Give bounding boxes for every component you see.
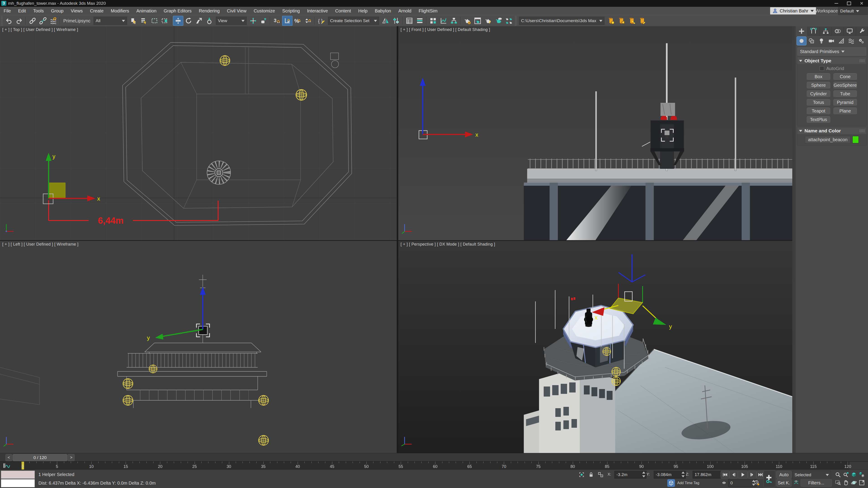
category-helpers[interactable] bbox=[836, 36, 846, 45]
menu-item-interactive[interactable]: Interactive bbox=[303, 7, 331, 15]
toolbar-grip[interactable] bbox=[515, 16, 517, 26]
menu-item-animation[interactable]: Animation bbox=[133, 7, 160, 15]
key-filters-icon[interactable] bbox=[793, 479, 800, 486]
menu-item-help[interactable]: Help bbox=[355, 7, 371, 15]
align-button[interactable] bbox=[391, 16, 401, 26]
tab-modify[interactable] bbox=[808, 27, 819, 36]
menu-item-rendering[interactable]: Rendering bbox=[195, 7, 223, 15]
toolbar-grip[interactable] bbox=[1, 16, 3, 26]
use-pivot-point-center-button[interactable] bbox=[248, 16, 258, 26]
go-to-start-button[interactable] bbox=[721, 471, 729, 479]
angle-snap-toggle-button[interactable] bbox=[282, 16, 292, 26]
mini-curve-editor-button[interactable] bbox=[2, 462, 11, 469]
selection-lock-toggle[interactable] bbox=[587, 471, 595, 478]
select-and-link-button[interactable] bbox=[27, 16, 38, 26]
key-filter-set-dropdown[interactable]: Selected bbox=[793, 471, 831, 479]
next-frame-arrow[interactable]: > bbox=[68, 454, 74, 461]
primitive-category-dropdown[interactable]: Standard Primitives bbox=[798, 47, 866, 56]
previous-frame-arrow[interactable]: < bbox=[5, 454, 12, 461]
snaps-toggle-button[interactable] bbox=[272, 16, 282, 26]
select-object-button[interactable] bbox=[128, 16, 139, 26]
next-frame-button[interactable] bbox=[748, 471, 756, 479]
menu-item-arnold[interactable]: Arnold bbox=[395, 7, 415, 15]
menu-item-flightsim[interactable]: FlightSim bbox=[415, 7, 441, 15]
schematic-view-button[interactable] bbox=[449, 16, 459, 26]
edit-named-selection-sets-button[interactable] bbox=[316, 16, 327, 26]
orbit-button[interactable] bbox=[850, 479, 857, 486]
maxscript-mini-listener-white[interactable] bbox=[1, 479, 35, 487]
menu-item-views[interactable]: Views bbox=[67, 7, 86, 15]
rendered-frame-window-button[interactable] bbox=[472, 16, 483, 26]
tab-create[interactable] bbox=[796, 27, 808, 36]
set-keys-button[interactable] bbox=[764, 470, 775, 487]
reference-coordinate-dropdown[interactable]: View bbox=[216, 17, 247, 25]
category-systems[interactable] bbox=[856, 36, 866, 45]
autogrid-checkbox[interactable] bbox=[819, 66, 824, 71]
select-and-manipulate-button[interactable] bbox=[258, 16, 269, 26]
coord-y-field[interactable]: -3.084m bbox=[654, 471, 686, 479]
category-cameras[interactable] bbox=[827, 36, 836, 45]
object-type-button-cylinder[interactable]: Cylinder bbox=[807, 90, 830, 97]
time-configuration-button[interactable] bbox=[753, 479, 761, 486]
coord-x-field[interactable]: -3.2m bbox=[614, 471, 647, 479]
pan-view-button[interactable] bbox=[842, 479, 849, 486]
filters-button[interactable]: Filters... bbox=[801, 479, 832, 487]
spinner-arrows[interactable] bbox=[682, 471, 685, 477]
render-production-button[interactable] bbox=[483, 16, 493, 26]
maximize-button[interactable] bbox=[843, 0, 855, 7]
curve-editor-button[interactable] bbox=[438, 16, 449, 26]
menu-item-civil-view[interactable]: Civil View bbox=[223, 7, 250, 15]
menu-item-file[interactable]: File bbox=[0, 7, 14, 15]
mirror-button[interactable] bbox=[380, 16, 391, 26]
named-selection-sets-dropdown[interactable]: Create Selection Set bbox=[328, 17, 379, 25]
menu-item-customize[interactable]: Customize bbox=[250, 7, 278, 15]
play-button[interactable] bbox=[738, 471, 748, 479]
beacon-helper[interactable] bbox=[258, 395, 269, 405]
previous-frame-button[interactable] bbox=[729, 471, 738, 479]
maxscript-mini-listener-pink[interactable] bbox=[1, 470, 35, 479]
menu-item-create[interactable]: Create bbox=[86, 7, 107, 15]
beacon-helper[interactable] bbox=[123, 379, 133, 389]
undo-button[interactable] bbox=[4, 16, 14, 26]
object-type-button-torus[interactable]: Torus bbox=[807, 99, 830, 106]
add-time-tag[interactable]: Add Time Tag bbox=[677, 480, 700, 487]
maxscript-script-nodes-button[interactable] bbox=[627, 16, 637, 26]
unlink-selection-button[interactable] bbox=[38, 16, 48, 26]
menu-item-group[interactable]: Group bbox=[47, 7, 67, 15]
viewport-top-label[interactable]: [ + ] [ Top ] [ User Defined ] [ Wirefra… bbox=[2, 27, 78, 32]
prime-lipsync-label[interactable]: PrimeLipsync bbox=[63, 18, 90, 24]
viewport-left-label[interactable]: [ + ] [ Left ] [ User Defined ] [ Wirefr… bbox=[2, 242, 79, 247]
beacon-helper[interactable] bbox=[149, 365, 157, 373]
coord-z-field[interactable]: 17.862m bbox=[692, 471, 725, 479]
beacon-helper[interactable] bbox=[602, 348, 611, 355]
beacon-helper[interactable] bbox=[123, 395, 133, 405]
panel-resize-strip[interactable] bbox=[792, 26, 796, 453]
object-type-rollout-header[interactable]: Object Type bbox=[797, 57, 866, 65]
beacon-helper[interactable] bbox=[612, 377, 620, 386]
select-and-rotate-button[interactable] bbox=[183, 16, 194, 26]
zoom-region-button[interactable] bbox=[835, 479, 842, 486]
spinner-arrows[interactable] bbox=[642, 471, 646, 477]
menu-item-tools[interactable]: Tools bbox=[30, 7, 48, 15]
select-by-name-button[interactable] bbox=[139, 16, 149, 26]
render-setup-button[interactable] bbox=[462, 16, 472, 26]
project-folder-dropdown[interactable]: C:\Users\Christian\Documents\3ds Max 202… bbox=[519, 17, 604, 25]
object-type-button-pyramid[interactable]: Pyramid bbox=[833, 99, 857, 106]
minimize-button[interactable] bbox=[830, 0, 843, 7]
menu-item-edit[interactable]: Edit bbox=[14, 7, 29, 15]
viewport-front[interactable]: x [ + ] [ Front ] [ User Defined ] [ Def… bbox=[398, 26, 792, 240]
object-name-field[interactable]: attachpoint_beacon bbox=[805, 136, 850, 143]
current-frame-field[interactable]: 0 bbox=[728, 479, 756, 487]
tab-motion[interactable] bbox=[832, 27, 844, 36]
toggle-scene-explorer-button[interactable] bbox=[404, 16, 414, 26]
menu-item-modifiers[interactable]: Modifiers bbox=[107, 7, 133, 15]
spinner-snap-toggle-button[interactable] bbox=[303, 16, 313, 26]
percent-snap-toggle-button[interactable] bbox=[292, 16, 303, 26]
maxscript-script-tools-button[interactable] bbox=[637, 16, 647, 26]
category-shapes[interactable] bbox=[807, 36, 816, 45]
name-color-rollout-header[interactable]: Name and Color bbox=[797, 127, 866, 135]
menu-item-scripting[interactable]: Scripting bbox=[279, 7, 304, 15]
toggle-layer-explorer-button[interactable] bbox=[414, 16, 425, 26]
zoom-extents-button[interactable] bbox=[850, 471, 857, 478]
absolute-offset-toggle[interactable] bbox=[597, 471, 604, 478]
